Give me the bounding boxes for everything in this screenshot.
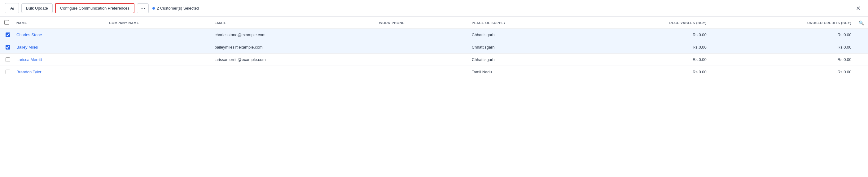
place-of-supply-cell: Chhattisgarh xyxy=(468,54,585,66)
toolbar: 🖨 Bulk Update Configure Communication Pr… xyxy=(0,0,868,17)
column-search-icon[interactable]: 🔍 xyxy=(859,21,864,25)
print-icon: 🖨 xyxy=(9,6,14,11)
table-row: Charles Stone charlesstone@example.com C… xyxy=(0,29,868,41)
work-phone-cell xyxy=(375,54,468,66)
email-cell: larissamerritt@example.com xyxy=(211,54,375,66)
customer-name-cell: Charles Stone xyxy=(13,29,105,41)
selected-dot xyxy=(152,7,155,10)
customer-name-cell: Larissa Merritt xyxy=(13,54,105,66)
email-cell: baileymiles@example.com xyxy=(211,41,375,54)
customer-name-cell: Brandon Tyler xyxy=(13,66,105,78)
bulk-update-button[interactable]: Bulk Update xyxy=(21,3,53,13)
col-header-company-name: COMPANY NAME xyxy=(105,17,211,29)
row-action-cell xyxy=(855,66,868,78)
customer-name-link[interactable]: Bailey Miles xyxy=(17,45,38,49)
configure-communication-button[interactable]: Configure Communication Preferences xyxy=(55,3,134,13)
col-header-search[interactable]: 🔍 xyxy=(855,17,868,29)
close-button[interactable]: ✕ xyxy=(854,4,863,13)
place-of-supply-cell: Tamil Nadu xyxy=(468,66,585,78)
company-name-cell xyxy=(105,54,211,66)
row-action-cell xyxy=(855,54,868,66)
customer-name-cell: Bailey Miles xyxy=(13,41,105,54)
receivables-cell: Rs.0.00 xyxy=(585,29,710,41)
receivables-cell: Rs.0.00 xyxy=(585,54,710,66)
col-header-unused-credits: UNUSED CREDITS (BCY) xyxy=(710,17,855,29)
row-checkbox-cell[interactable] xyxy=(0,54,13,66)
company-name-cell xyxy=(105,29,211,41)
customer-name-link[interactable]: Larissa Merritt xyxy=(17,57,42,62)
bulk-update-label: Bulk Update xyxy=(26,6,48,10)
row-checkbox-cell[interactable] xyxy=(0,41,13,54)
table-row: Bailey Miles baileymiles@example.com Chh… xyxy=(0,41,868,54)
col-header-name: NAME xyxy=(13,17,105,29)
unused-credits-cell: Rs.0.00 xyxy=(710,66,855,78)
company-name-cell xyxy=(105,66,211,78)
row-checkbox[interactable] xyxy=(6,70,10,74)
col-header-receivables: RECEIVABLES (BCY) xyxy=(585,17,710,29)
more-options-button[interactable]: ⋯ xyxy=(137,3,149,13)
unused-credits-cell: Rs.0.00 xyxy=(710,29,855,41)
receivables-cell: Rs.0.00 xyxy=(585,41,710,54)
col-header-work-phone: WORK PHONE xyxy=(375,17,468,29)
col-header-place-of-supply: PLACE OF SUPPLY xyxy=(468,17,585,29)
row-checkbox[interactable] xyxy=(6,45,10,49)
customers-table: NAME COMPANY NAME EMAIL WORK PHONE PLACE… xyxy=(0,17,868,78)
select-all-checkbox[interactable] xyxy=(4,20,9,25)
row-checkbox[interactable] xyxy=(6,33,10,37)
work-phone-cell xyxy=(375,66,468,78)
row-checkbox[interactable] xyxy=(6,57,10,62)
place-of-supply-cell: Chhattisgarh xyxy=(468,29,585,41)
table-header-row: NAME COMPANY NAME EMAIL WORK PHONE PLACE… xyxy=(0,17,868,29)
table-row: Brandon Tyler Tamil Nadu Rs.0.00 Rs.0.00 xyxy=(0,66,868,78)
email-cell xyxy=(211,66,375,78)
select-all-header[interactable] xyxy=(0,17,13,29)
work-phone-cell xyxy=(375,41,468,54)
customers-table-container: NAME COMPANY NAME EMAIL WORK PHONE PLACE… xyxy=(0,17,868,78)
customer-name-link[interactable]: Charles Stone xyxy=(17,33,42,37)
unused-credits-cell: Rs.0.00 xyxy=(710,41,855,54)
customer-name-link[interactable]: Brandon Tyler xyxy=(17,70,41,74)
selected-count-label: 2 Customer(s) Selected xyxy=(157,6,199,10)
selected-info: 2 Customer(s) Selected xyxy=(152,6,199,10)
company-name-cell xyxy=(105,41,211,54)
row-checkbox-cell[interactable] xyxy=(0,29,13,41)
close-icon: ✕ xyxy=(856,5,861,11)
table-row: Larissa Merritt larissamerritt@example.c… xyxy=(0,54,868,66)
col-header-email: EMAIL xyxy=(211,17,375,29)
unused-credits-cell: Rs.0.00 xyxy=(710,54,855,66)
configure-communication-label: Configure Communication Preferences xyxy=(60,6,129,10)
row-action-cell xyxy=(855,41,868,54)
row-action-cell xyxy=(855,29,868,41)
print-button[interactable]: 🖨 xyxy=(5,3,19,13)
email-cell: charlesstone@example.com xyxy=(211,29,375,41)
row-checkbox-cell[interactable] xyxy=(0,66,13,78)
more-icon: ⋯ xyxy=(140,6,145,11)
place-of-supply-cell: Chhattisgarh xyxy=(468,41,585,54)
receivables-cell: Rs.0.00 xyxy=(585,66,710,78)
work-phone-cell xyxy=(375,29,468,41)
